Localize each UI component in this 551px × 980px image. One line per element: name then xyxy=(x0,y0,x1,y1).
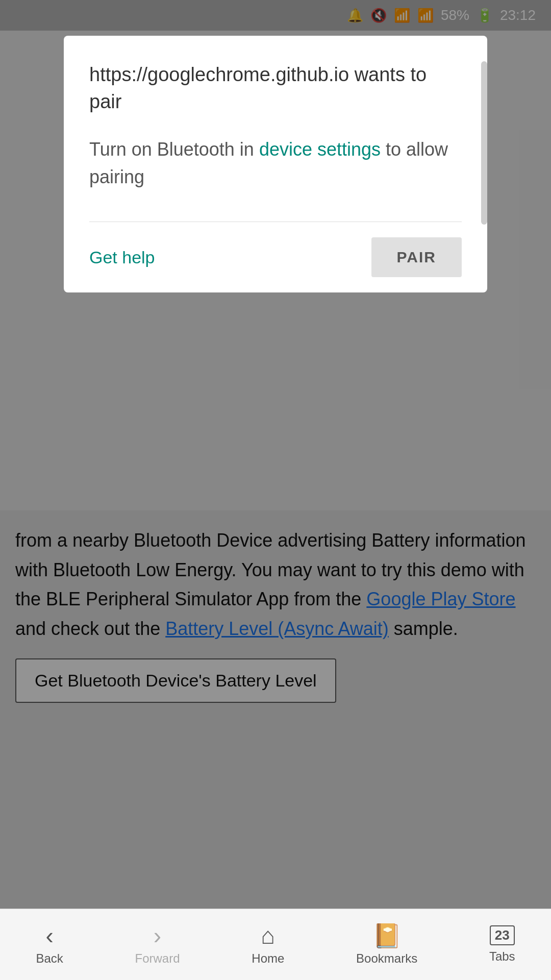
browser-nav-bar: ‹ Back › Forward ⌂ Home 📔 Bookmarks 23 T… xyxy=(0,909,551,980)
dialog-body-prefix: Turn on Bluetooth in xyxy=(89,139,259,160)
tabs-badge: 23 xyxy=(490,925,515,945)
forward-label: Forward xyxy=(135,951,180,966)
back-nav-item[interactable]: ‹ Back xyxy=(36,924,63,966)
dialog-body: Turn on Bluetooth in device settings to … xyxy=(89,136,462,191)
bookmarks-nav-item[interactable]: 📔 Bookmarks xyxy=(356,924,417,966)
bluetooth-pair-dialog: https://googlechrome.github.io wants to … xyxy=(64,36,487,292)
forward-icon: › xyxy=(154,924,161,947)
back-icon: ‹ xyxy=(45,924,53,947)
tabs-label: Tabs xyxy=(489,949,515,964)
home-label: Home xyxy=(252,951,284,966)
dialog-footer: Get help PAIR xyxy=(89,237,462,277)
home-icon: ⌂ xyxy=(261,924,275,947)
bookmarks-label: Bookmarks xyxy=(356,951,417,966)
pair-button[interactable]: PAIR xyxy=(371,237,462,277)
dialog-title: https://googlechrome.github.io wants to … xyxy=(89,61,462,115)
back-label: Back xyxy=(36,951,63,966)
forward-nav-item[interactable]: › Forward xyxy=(135,924,180,966)
device-settings-link[interactable]: device settings xyxy=(259,139,381,160)
scrollbar xyxy=(481,61,487,225)
tabs-nav-item[interactable]: 23 Tabs xyxy=(489,925,515,964)
dialog-overlay: https://googlechrome.github.io wants to … xyxy=(0,0,551,980)
bookmarks-icon: 📔 xyxy=(372,924,402,947)
dialog-divider xyxy=(89,222,462,222)
home-nav-item[interactable]: ⌂ Home xyxy=(252,924,284,966)
get-help-link[interactable]: Get help xyxy=(89,248,155,267)
